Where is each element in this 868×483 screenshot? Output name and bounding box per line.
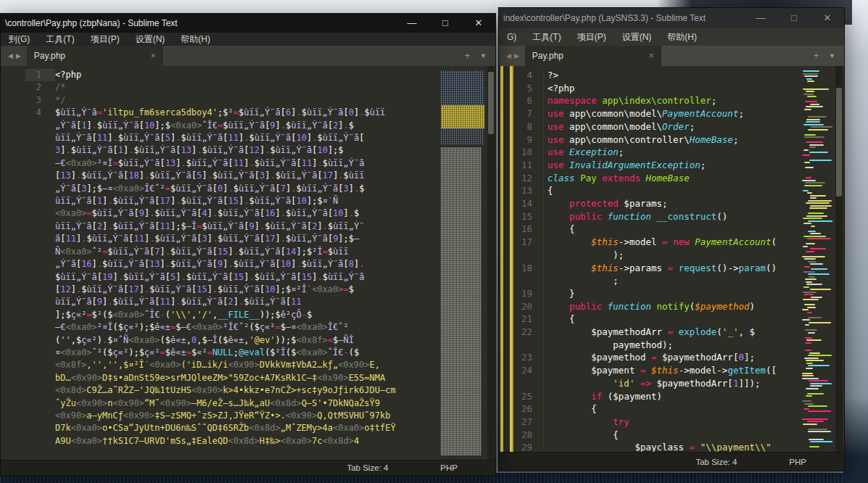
code-line[interactable]: 18 $this->params = request()->param()	[519, 262, 792, 275]
editor-left[interactable]: 1<?php2/*3*/4$ùïï„Ý¨ã='iltpu_fm6serca5db…	[1, 66, 495, 460]
code-line[interactable]: ˆyŽu<0x90>n<0x90>“M˜<0x90>—M6/eŽ—s…J‰k„a…	[25, 397, 431, 410]
tab-nav-forward-icon[interactable]: ▶	[16, 52, 21, 59]
code-line[interactable]: 17 $this->model = new PaymentAccount(	[519, 236, 792, 249]
scrollbar-thumb[interactable]	[836, 88, 842, 197]
code-line[interactable]: 26 {	[519, 402, 792, 416]
menu-project[interactable]: 项目(P)	[83, 33, 128, 46]
minimize-button[interactable]: —	[395, 14, 429, 33]
code-line[interactable]: 4$ùïï„Ý¨ã='iltpu_fm6serca5dboy4';$²=$ùïï…	[25, 107, 431, 119]
code-line[interactable]: ('',$ç«²).$¤ˆÑ<0xa0>($ê«±,0,$–Î($ê«±,'@e…	[25, 334, 431, 347]
code-line[interactable]: ùïï„Ý¨ã[9].$ùïï„Ý¨ã[11].$ùïï„Ý¨ã[2].$ùïï…	[25, 296, 431, 308]
scrollbar-thumb[interactable]	[488, 72, 494, 134]
tab-close-icon[interactable]: ×	[145, 51, 156, 61]
code-line[interactable]: ùïï„Ý¨ã[2].$ùïï„Ý¨ã[11];$–Î=$ùïï„Ý¨ã[9].…	[25, 220, 431, 233]
status-syntax[interactable]: PHP	[440, 463, 495, 472]
code-line[interactable]: 23 $paymethod = $paymethodArr[0];	[519, 351, 792, 364]
tab-close-icon[interactable]: ×	[643, 51, 654, 61]
code-line[interactable]: ùïï„Ý¨ã[1].$ùïï„Ý¨ã[17].$ùïï„Ý¨ã[15].$ùï…	[25, 195, 431, 207]
vertical-scrollbar[interactable]	[835, 66, 843, 452]
vertical-scrollbar[interactable]	[487, 66, 495, 460]
tab-pay-php[interactable]: Pay.php ×	[525, 46, 661, 66]
code-line[interactable]: 25 if ($payment)	[519, 390, 792, 403]
code-line[interactable]: Ñ<0xa0>ˆ²=$ùïï„Ý¨ã[7].$ùïï„Ý¨ã[15].$ùïï„…	[25, 246, 431, 258]
code-line[interactable]: );	[519, 249, 792, 262]
code-line[interactable]: <0x90>a—yMnCƒ<0x90>‡S—zSMQ+ˆzS>ZJ,JŸeR“Ÿ…	[25, 410, 431, 422]
code-line[interactable]: 20 public function notify($paymethod)	[519, 300, 792, 313]
tab-overflow-icon[interactable]: ▼	[480, 52, 487, 59]
code-line[interactable]: 4?>	[519, 69, 792, 82]
code-line[interactable]: <0xa0>=$ùïï„Ý¨ã[9].$ùïï„Ý¨ã[4].$ùïï„Ý¨ã[…	[25, 207, 431, 220]
code-line[interactable]: <0x8d>C9Ž…a˜RŽZ–'JQ‰1tUzHS<0x90>k>4•kkz•…	[25, 384, 431, 397]
close-button[interactable]: ✕	[462, 14, 495, 33]
tab-nav-back-icon[interactable]: ◀	[8, 52, 13, 59]
code-line[interactable]: ];$ç«²=$²($<0xa0>ˆÎ€-('\\','/',__FILE__)…	[25, 309, 431, 321]
code-line[interactable]: 'id' => $paymethodArr[1]]);	[519, 377, 792, 390]
menu-help[interactable]: 帮助(H)	[659, 31, 705, 44]
menu-goto[interactable]: 到(G)	[1, 33, 38, 46]
code-line[interactable]: „Ý¨ã[3];$–¤<0xa0>Î€ˆ²=$ùïï„Ý¨ã[0].$ùïï„Ý…	[25, 183, 431, 195]
code-line[interactable]: 12class Pay extends HomeBase	[519, 172, 792, 185]
code-line[interactable]: 24 $payment = $this->model->getItem([	[519, 364, 792, 377]
tab-nav-forward-icon[interactable]: ▶	[514, 52, 519, 59]
status-syntax[interactable]: PHP	[789, 458, 844, 466]
code-line[interactable]: ;	[519, 274, 792, 287]
minimize-button[interactable]: —	[744, 8, 777, 28]
code-line[interactable]: <0x8f>,'','',$¤²Î˙<0xa0>('iD…ik/i<0x90>D…	[25, 359, 431, 371]
code-line[interactable]: 21 {	[519, 313, 792, 326]
menu-tools[interactable]: 工具(T)	[524, 31, 569, 44]
code-line[interactable]: 8use app\common\model\Order;	[519, 120, 792, 133]
code-line[interactable]: $ùïï„Ý¨ã[19].$ùïï„Ý¨ã[5].$ùïï„Ý¨ã[15].$ù…	[25, 271, 431, 284]
code-line[interactable]: 3].$ùïï„Ý¨ã[1].$ùïï„Ý¨ã[13].$ùïï„Ý¨ã[12]…	[25, 144, 431, 157]
code-line[interactable]: –€<0xa0>²¤Î=$ùïï„Ý¨ã[13].$ùïï„Ý¨ã[11].$ù…	[25, 157, 431, 170]
code-line[interactable]: ¤<0xa0>ˆ²($ç«²);$ç«²=$ê«±=$«²=NULL;@eval…	[25, 347, 431, 359]
code-line[interactable]: paymethod);	[519, 339, 792, 352]
menu-preferences[interactable]: 设置(N)	[128, 33, 173, 46]
menu-project[interactable]: 项目(P)	[569, 31, 614, 44]
code-line[interactable]: 11use InvalidArgumentException;	[519, 159, 792, 172]
code-line[interactable]: ùïï„Ý¨ã[11].$ùïï„Ý¨ã[5].$ùïï„Ý¨ã[11].$ùï…	[25, 132, 431, 144]
code-line[interactable]: 29 $payclass = "\\payment\\"	[519, 441, 792, 452]
code-line[interactable]: 9use app\common\controller\HomeBase;	[519, 133, 792, 146]
code-line[interactable]: 7use app\common\model\PaymentAccount;	[519, 107, 792, 120]
code-line[interactable]: 5<?php	[519, 82, 792, 95]
code-line[interactable]: D7k<0xa0>o•CSa“JyUtn+DU6n‰Sˆ˜QD‡6SRŽb<0x…	[25, 422, 431, 434]
menu-tools[interactable]: 工具(T)	[38, 33, 82, 46]
tab-nav-back-icon[interactable]: ◀	[506, 52, 511, 59]
minimap[interactable]	[439, 67, 486, 460]
code-line[interactable]: 6namespace app\index\controller;	[519, 94, 792, 107]
code-line[interactable]: 3*/	[25, 94, 431, 107]
code-line[interactable]: 2/*	[25, 81, 431, 94]
minimap[interactable]	[801, 67, 834, 452]
code-line[interactable]: 22 $paymethodArr = explode('_', $	[519, 326, 792, 339]
status-tab-size[interactable]: Tab Size: 4	[347, 463, 440, 472]
code-line[interactable]: 16 {	[519, 223, 792, 236]
code-line[interactable]: „Ý¨ã[16].$ùïï„Ý¨ã[13].$ùïï„Ý¨ã[9].$ùïï„Ý…	[25, 258, 431, 271]
code-line[interactable]: 15 public function __construct()	[519, 210, 792, 223]
code-line[interactable]: ã[11].$ùïï„Ý¨ã[11].$ùïï„Ý¨ã[3].$ùïï„Ý¨ã[…	[25, 233, 431, 245]
status-tab-size[interactable]: Tab Size: 4	[695, 458, 789, 466]
code-line[interactable]: [12].$ùïï„Ý¨ã[17].$ùïï„Ý¨ã[15].$ùïï„Ý¨ã[…	[25, 284, 431, 296]
code-line[interactable]: „Ý¨ã[1].$ùïï„Ý¨ã[10];$<0xa0>ˆÎ€=$ùïï„Ý¨ã…	[25, 120, 431, 132]
code-line[interactable]: 14 protected $params;	[519, 197, 792, 210]
code-line[interactable]: 1<?php	[25, 69, 431, 81]
code-line[interactable]: A9U<0xa0>††kS1C7—URVD'mSs„‡EaleQD<0x8d>H…	[25, 435, 431, 447]
code-line[interactable]: bD…<0x90>D‡s•aDnSt59e>srMJQleeZM>"59Zoc+…	[25, 372, 431, 384]
code-line[interactable]: [13].$ùïï„Ý¨ã[18].$ùïï„Ý¨ã[5].$ùïï„Ý¨ã[3…	[25, 170, 431, 182]
menu-preferences[interactable]: 设置(N)	[614, 31, 660, 44]
code-line[interactable]: 13{	[519, 184, 792, 197]
code-line[interactable]: 27 try	[519, 416, 792, 429]
tab-overflow-icon[interactable]: ▼	[829, 52, 835, 59]
editor-right[interactable]: 4?>5<?php6namespace app\index\controller…	[499, 66, 844, 452]
new-tab-icon[interactable]: +	[814, 51, 819, 61]
titlebar[interactable]: index\controller\Pay.php (LaySNS3.3) - S…	[499, 8, 844, 28]
titlebar[interactable]: \controller\Pay.php (zbpNana) - Sublime …	[1, 14, 495, 33]
tab-pay-php[interactable]: Pay.php ×	[27, 46, 163, 66]
code-area[interactable]: 4?>5<?php6namespace app\index\controller…	[519, 69, 792, 452]
menu-help[interactable]: 帮助(H)	[173, 33, 218, 46]
close-button[interactable]: ✕	[811, 8, 844, 28]
code-line[interactable]: 19 }	[519, 287, 792, 300]
maximize-button[interactable]: □	[777, 8, 811, 28]
code-line[interactable]: 10use Exception;	[519, 146, 792, 159]
code-line[interactable]: 28 {	[519, 429, 792, 442]
code-line[interactable]: –€<0xa0>²¤Î($ç«²);$ê«±=$–€<0xa0>²Î€ˆ²($ç…	[25, 321, 431, 334]
